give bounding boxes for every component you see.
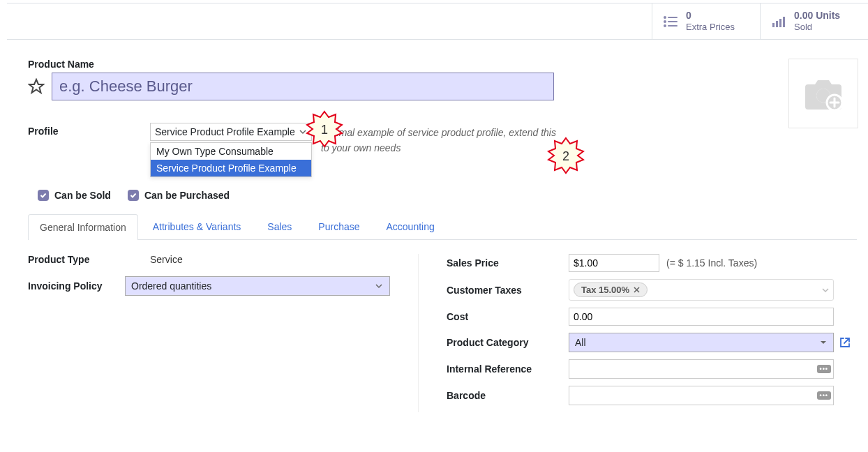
svg-rect-6 bbox=[772, 23, 775, 27]
tab-purchase[interactable]: Purchase bbox=[306, 213, 371, 239]
product-image-upload[interactable] bbox=[788, 59, 858, 128]
tab-general-information[interactable]: General Information bbox=[28, 214, 138, 240]
sales-price-incl-note: (= $ 1.15 Incl. Taxes) bbox=[666, 257, 757, 269]
sales-price-label: Sales Price bbox=[447, 257, 569, 269]
sales-price-input[interactable] bbox=[569, 254, 659, 272]
product-type-value: Service bbox=[150, 254, 183, 265]
annotation-2: 2 bbox=[547, 137, 585, 174]
profile-option-consumable[interactable]: My Own Type Consumable bbox=[151, 143, 311, 160]
camera-plus-icon bbox=[801, 75, 846, 112]
profile-select-value: Service Product Profile Example bbox=[155, 126, 295, 137]
svg-point-5 bbox=[664, 25, 666, 27]
extra-prices-stat[interactable]: 0 Extra Prices bbox=[652, 3, 760, 39]
list-icon bbox=[662, 13, 679, 30]
chevron-down-icon bbox=[822, 287, 829, 294]
check-icon bbox=[128, 190, 139, 201]
svg-marker-15 bbox=[29, 80, 43, 93]
extra-prices-label: Extra Prices bbox=[686, 22, 735, 33]
svg-rect-8 bbox=[779, 19, 781, 27]
svg-rect-7 bbox=[776, 21, 778, 27]
extra-prices-count: 0 bbox=[686, 10, 735, 22]
tab-attributes-variants[interactable]: Attributes & Variants bbox=[141, 213, 253, 239]
check-icon bbox=[38, 190, 49, 201]
product-category-label: Product Category bbox=[447, 337, 569, 348]
svg-point-3 bbox=[664, 17, 666, 18]
sold-label: Sold bbox=[794, 22, 840, 33]
sold-count: 0.00 Units bbox=[794, 10, 840, 22]
bars-icon bbox=[770, 13, 787, 30]
translate-icon[interactable]: ••• bbox=[817, 391, 831, 400]
internal-reference-label: Internal Reference bbox=[447, 363, 569, 375]
svg-point-4 bbox=[664, 21, 666, 22]
profile-description: Minimal example of service product profi… bbox=[321, 126, 558, 156]
barcode-label: Barcode bbox=[447, 390, 569, 401]
caret-down-icon bbox=[820, 339, 827, 346]
invoicing-policy-label: Invoicing Policy bbox=[28, 280, 125, 292]
cost-input[interactable] bbox=[569, 308, 834, 326]
sold-stat[interactable]: 0.00 Units Sold bbox=[760, 3, 868, 39]
tab-sales[interactable]: Sales bbox=[255, 213, 304, 239]
svg-text:2: 2 bbox=[562, 149, 569, 163]
annotation-1: 1 bbox=[306, 110, 343, 148]
profile-select[interactable]: Service Product Profile Example bbox=[150, 123, 312, 141]
can-be-sold-checkbox[interactable]: Can be Sold bbox=[38, 190, 111, 201]
tax-tag[interactable]: Tax 15.00% bbox=[574, 282, 648, 297]
form-tabs: General Information Attributes & Variant… bbox=[28, 213, 857, 240]
product-name-input[interactable] bbox=[52, 73, 554, 100]
product-category-select[interactable]: All bbox=[569, 333, 834, 352]
product-name-label: Product Name bbox=[28, 59, 857, 70]
can-be-sold-label: Can be Sold bbox=[54, 190, 111, 201]
profile-dropdown: My Own Type Consumable Service Product P… bbox=[150, 142, 312, 177]
chevron-down-icon bbox=[375, 282, 383, 290]
product-type-label: Product Type bbox=[28, 254, 150, 265]
internal-reference-input[interactable] bbox=[569, 359, 834, 379]
profile-label: Profile bbox=[28, 123, 122, 137]
invoicing-policy-select[interactable]: Ordered quantities bbox=[125, 276, 390, 296]
close-icon[interactable] bbox=[634, 287, 640, 293]
profile-option-service[interactable]: Service Product Profile Example bbox=[151, 160, 311, 176]
favorite-star-icon[interactable] bbox=[28, 78, 45, 95]
customer-taxes-label: Customer Taxes bbox=[447, 285, 569, 296]
can-be-purchased-label: Can be Purchased bbox=[144, 190, 230, 201]
svg-rect-9 bbox=[783, 17, 785, 27]
customer-taxes-field[interactable]: Tax 15.00% bbox=[569, 279, 834, 301]
cost-label: Cost bbox=[447, 311, 569, 322]
svg-text:1: 1 bbox=[321, 123, 328, 137]
external-link-icon[interactable] bbox=[839, 337, 851, 348]
can-be-purchased-checkbox[interactable]: Can be Purchased bbox=[128, 190, 230, 201]
stat-buttons: 0 Extra Prices 0.00 Units Sold bbox=[7, 3, 868, 40]
translate-icon[interactable]: ••• bbox=[817, 365, 831, 373]
barcode-input[interactable] bbox=[569, 386, 834, 405]
tab-accounting[interactable]: Accounting bbox=[375, 213, 447, 239]
